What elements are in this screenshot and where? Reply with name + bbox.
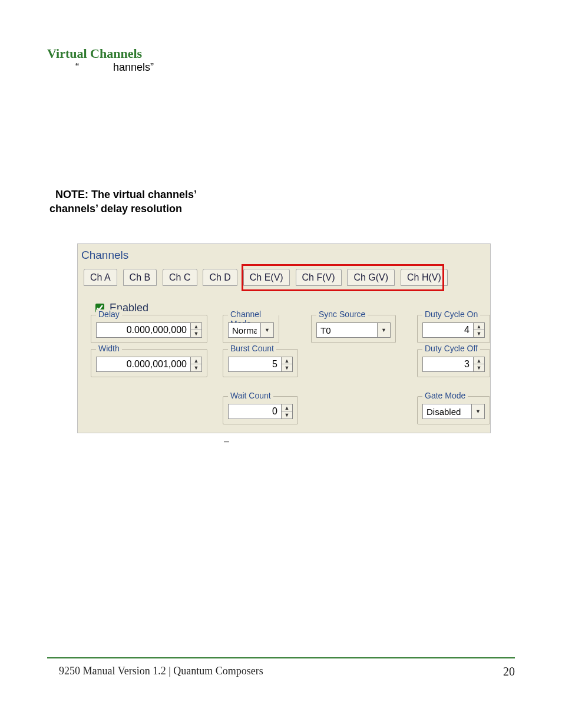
group-burst-count: Burst Count ▲ ▼: [223, 349, 298, 377]
label-wait-count: Wait Count: [228, 391, 273, 400]
dcoff-spin-up-icon[interactable]: ▲: [474, 357, 484, 364]
footer-rule: [47, 657, 515, 658]
tab-ch-b[interactable]: Ch B: [123, 269, 157, 286]
burst-spin-down-icon[interactable]: ▼: [282, 364, 292, 371]
figure-dash: –: [224, 436, 229, 447]
group-wait-count: Wait Count ▲ ▼: [223, 396, 298, 424]
label-burst-count: Burst Count: [228, 344, 276, 353]
channel-mode-dropdown-icon[interactable]: ▼: [261, 322, 274, 338]
page: Virtual Channels “ hannels” NOTE: The vi…: [0, 0, 562, 728]
label-sync-source: Sync Source: [316, 309, 368, 319]
wait-count-input[interactable]: [228, 404, 282, 419]
gate-mode-select[interactable]: [422, 404, 472, 419]
group-duty-cycle-on: Duty Cycle On ▲ ▼: [417, 315, 490, 343]
label-delay: Delay: [96, 309, 122, 319]
sync-source-select[interactable]: [316, 322, 378, 338]
group-gate-mode: Gate Mode ▼: [417, 396, 490, 424]
duty-cycle-off-input[interactable]: [422, 357, 474, 372]
group-width: Width ▲ ▼: [91, 349, 207, 377]
delay-spin-up-icon[interactable]: ▲: [191, 323, 201, 330]
channel-tabs: Ch A Ch B Ch C Ch D Ch E(V) Ch F(V) Ch G…: [84, 269, 451, 288]
channels-panel: Channels Ch A Ch B Ch C Ch D Ch E(V) Ch …: [77, 243, 491, 433]
delay-spin-down-icon[interactable]: ▼: [191, 330, 201, 337]
tab-ch-d[interactable]: Ch D: [203, 269, 237, 286]
page-number: 20: [503, 665, 515, 678]
group-duty-cycle-off: Duty Cycle Off ▲ ▼: [417, 349, 490, 377]
subline: “ hannels”: [75, 61, 154, 74]
sync-source-dropdown-icon[interactable]: ▼: [378, 322, 391, 338]
note-block: NOTE: The virtual channels’ channels’ de…: [49, 187, 197, 216]
tab-ch-a[interactable]: Ch A: [84, 269, 117, 286]
duty-cycle-on-input[interactable]: [422, 322, 474, 338]
tab-ch-gv[interactable]: Ch G(V): [347, 269, 395, 286]
group-sync-source: Sync Source ▼: [311, 315, 396, 343]
delay-input[interactable]: [96, 322, 191, 338]
label-duty-cycle-off: Duty Cycle Off: [422, 344, 480, 353]
wait-spin-up-icon[interactable]: ▲: [282, 404, 292, 411]
width-input[interactable]: [96, 357, 191, 372]
label-duty-cycle-on: Duty Cycle On: [422, 309, 480, 319]
width-spin-up-icon[interactable]: ▲: [191, 357, 201, 364]
burst-spin-up-icon[interactable]: ▲: [282, 357, 292, 364]
wait-spin-down-icon[interactable]: ▼: [282, 411, 292, 419]
dcon-spin-down-icon[interactable]: ▼: [474, 330, 484, 337]
footer-text: 9250 Manual Version 1.2 | Quantum Compos…: [59, 665, 263, 677]
burst-count-input[interactable]: [228, 357, 282, 372]
tab-ch-fv[interactable]: Ch F(V): [296, 269, 342, 286]
subline-text: hannels”: [113, 61, 154, 73]
tab-ch-hv[interactable]: Ch H(V): [401, 269, 448, 286]
width-spin-down-icon[interactable]: ▼: [191, 364, 201, 371]
section-heading: Virtual Channels: [47, 46, 142, 61]
tab-ch-c[interactable]: Ch C: [163, 269, 197, 286]
note-line1: NOTE: The virtual channels’: [55, 189, 197, 200]
tab-ch-ev[interactable]: Ch E(V): [243, 269, 290, 286]
group-delay: Delay ▲ ▼: [91, 315, 207, 343]
group-channel-mode: Channel Mode ▼: [223, 315, 279, 343]
channel-mode-select[interactable]: [228, 322, 261, 338]
gate-mode-dropdown-icon[interactable]: ▼: [472, 404, 485, 419]
note-line2: channels’ delay resolution: [49, 203, 182, 215]
dcon-spin-up-icon[interactable]: ▲: [474, 323, 484, 330]
dcoff-spin-down-icon[interactable]: ▼: [474, 364, 484, 371]
panel-title: Channels: [81, 249, 128, 262]
label-gate-mode: Gate Mode: [422, 391, 468, 400]
open-quote: “: [75, 61, 79, 73]
label-width: Width: [96, 344, 122, 353]
